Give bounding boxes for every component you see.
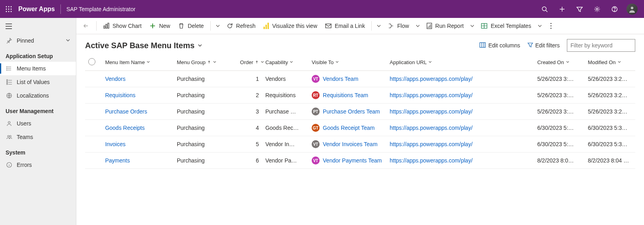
cell-modified: 8/2/2023 8:04 … (585, 153, 635, 169)
help-icon[interactable] (606, 0, 623, 18)
row-select[interactable] (85, 120, 102, 136)
svg-point-16 (6, 70, 7, 70)
sidebar-item-localizations[interactable]: Localizations (0, 89, 76, 102)
cell-name[interactable]: Invoices (102, 136, 173, 153)
table-row[interactable]: Purchase OrdersPurchasing3Purchase …PTPu… (85, 104, 635, 120)
cmd-flow-chevron[interactable] (413, 18, 423, 34)
cell-visible-to[interactable]: VTVendors Team (308, 71, 386, 87)
col-capability[interactable]: Capability (262, 56, 308, 71)
col-visible-to[interactable]: Visible To (308, 56, 386, 71)
cmd-email-link[interactable]: Email a Link (321, 18, 369, 34)
col-menu-item-name[interactable]: Menu Item Name (102, 56, 173, 71)
bulleted-list-icon (6, 78, 13, 86)
cell-name[interactable]: Payments (102, 153, 173, 169)
cmd-delete[interactable]: Delete (174, 18, 208, 34)
search-icon[interactable] (536, 0, 553, 18)
cell-url[interactable]: https://apps.powerapps.com/play/ (386, 153, 534, 169)
cell-url[interactable]: https://apps.powerapps.com/play/ (386, 71, 534, 87)
cell-url[interactable]: https://apps.powerapps.com/play/ (386, 136, 534, 153)
table-row[interactable]: VendorsPurchasing1VendorsVTVendors Teamh… (85, 71, 635, 87)
svg-point-13 (631, 6, 633, 9)
cmd-excel-chevron[interactable] (535, 18, 545, 34)
table-row[interactable]: RequisitionsPurchasing2RequisitionsRTReq… (85, 87, 635, 104)
cmd-refresh[interactable]: Refresh (223, 18, 260, 34)
sidebar-item-errors[interactable]: Errors (0, 158, 76, 172)
edit-filters-button[interactable]: Edit filters (528, 42, 560, 49)
product-name[interactable]: Power Apps (18, 6, 55, 13)
cell-order: 6 (237, 153, 262, 169)
cmd-email-chevron[interactable] (374, 18, 384, 34)
cell-name[interactable]: Vendors (102, 71, 173, 87)
row-select[interactable] (85, 136, 102, 153)
cell-visible-to[interactable]: PTPurchase Orders Team (308, 104, 386, 120)
cmd-run-report[interactable]: Run Report (423, 18, 468, 34)
cell-name[interactable]: Requisitions (102, 87, 173, 104)
cmd-new[interactable]: New (145, 18, 174, 34)
cmd-delete-chevron[interactable] (213, 18, 223, 34)
team-badge: VT (312, 140, 320, 148)
cmd-report-chevron[interactable] (467, 18, 477, 34)
cell-capability: Purchase … (262, 104, 308, 120)
table-row[interactable]: InvoicesPurchasing5Vendor In…VTVendor In… (85, 136, 635, 153)
app-launcher-icon[interactable] (3, 4, 14, 15)
row-select[interactable] (85, 153, 102, 169)
svg-point-0 (6, 6, 7, 7)
sort-asc-icon (255, 60, 259, 64)
settings-gear-icon[interactable] (588, 0, 606, 18)
col-order[interactable]: Order (237, 56, 262, 71)
svg-rect-31 (326, 24, 331, 28)
user-avatar[interactable] (627, 4, 638, 15)
cmd-show-chart[interactable]: Show Chart (99, 18, 145, 34)
add-icon[interactable] (553, 0, 571, 18)
col-select-all[interactable] (85, 56, 102, 71)
row-select[interactable] (85, 71, 102, 87)
cell-visible-to[interactable]: GTGoods Receipt Team (308, 120, 386, 136)
cell-visible-to[interactable]: VTVendor Invoices Team (308, 136, 386, 153)
svg-rect-26 (106, 24, 107, 28)
svg-point-14 (6, 67, 7, 67)
cmd-excel-templates[interactable]: Excel Templates (477, 18, 535, 34)
col-created-on[interactable]: Created On (534, 56, 584, 71)
view-title[interactable]: Active SAP Base Menu Items (85, 41, 202, 50)
cell-visible-to[interactable]: RTRequisitions Team (308, 87, 386, 104)
user-icon (6, 120, 13, 127)
cell-visible-to[interactable]: VTVendor Payments Team (308, 153, 386, 169)
cmd-flow[interactable]: Flow (384, 18, 413, 34)
table-row[interactable]: PaymentsPurchasing6Vendor Pa…VTVendor Pa… (85, 153, 635, 169)
back-icon[interactable] (80, 20, 92, 32)
cmd-visualize[interactable]: Visualize this view (260, 18, 321, 34)
cell-name[interactable]: Purchase Orders (102, 104, 173, 120)
sidebar-item-menu-items[interactable]: Menu Items (0, 62, 76, 75)
sidebar-pinned[interactable]: Pinned (0, 34, 76, 47)
sidebar-item-teams[interactable]: Teams (0, 130, 76, 144)
row-select[interactable] (85, 104, 102, 120)
team-badge: RT (312, 91, 320, 99)
svg-rect-28 (264, 27, 265, 29)
filter-keyword-input[interactable] (567, 39, 635, 52)
cell-url[interactable]: https://apps.powerapps.com/play/ (386, 87, 534, 104)
chevron-down-icon (66, 37, 70, 44)
sidebar-item-users[interactable]: Users (0, 117, 76, 130)
select-all-checkbox[interactable] (88, 58, 95, 65)
chevron-down-icon (198, 43, 202, 48)
pin-icon (6, 37, 13, 44)
sidebar-item-label: Users (17, 120, 31, 127)
col-app-url[interactable]: Application URL (386, 56, 534, 71)
row-select[interactable] (85, 87, 102, 104)
chart-icon (103, 23, 109, 29)
table-row[interactable]: Goods ReceiptsPurchasing4Goods Rec…GTGoo… (85, 120, 635, 136)
col-menu-group[interactable]: Menu Group (174, 56, 237, 71)
edit-columns-button[interactable]: Edit columns (479, 42, 520, 49)
svg-point-10 (596, 8, 598, 10)
cell-name[interactable]: Goods Receipts (102, 120, 173, 136)
col-modified-on[interactable]: Modified On (585, 56, 635, 71)
cell-created: 5/26/2023 3:… (534, 71, 584, 87)
sidebar-toggle-icon[interactable] (0, 20, 76, 34)
filter-icon[interactable] (571, 0, 588, 18)
cell-url[interactable]: https://apps.powerapps.com/play/ (386, 120, 534, 136)
globe-icon (6, 92, 13, 99)
sidebar-section-user-mgmt: User Management (0, 102, 76, 117)
sidebar-item-list-of-values[interactable]: List of Values (0, 75, 76, 89)
cmd-overflow-icon[interactable] (545, 18, 557, 34)
cell-url[interactable]: https://apps.powerapps.com/play/ (386, 104, 534, 120)
